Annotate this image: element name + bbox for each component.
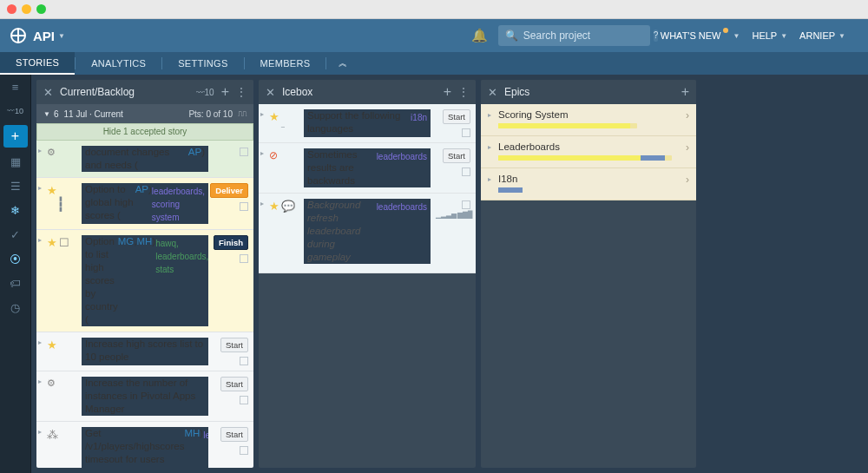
- notifications-icon[interactable]: 🔔: [471, 28, 488, 43]
- epic-progress: [498, 123, 637, 128]
- velocity-indicator[interactable]: 〰10: [0, 99, 30, 123]
- estimate-icons[interactable]: ▁ ▂ ▃ ▅ ▆ ▇ ▉: [436, 211, 472, 219]
- start-button[interactable]: Start: [220, 427, 248, 442]
- panel-options-icon[interactable]: ⋮: [458, 86, 469, 98]
- expand-icon[interactable]: ▸: [38, 184, 45, 192]
- epic-title: Scoring System: [498, 109, 686, 120]
- add-story-icon[interactable]: +: [444, 84, 451, 100]
- story-row[interactable]: ▸★ Increase high scores list to 10 peopl…: [36, 332, 253, 371]
- project-name[interactable]: API: [33, 29, 55, 43]
- feature-icon: ★: [269, 110, 279, 123]
- story-tags[interactable]: hawq, leaderboards, stats: [155, 237, 208, 326]
- bug-icon: ⊘: [269, 149, 278, 161]
- whats-new-link[interactable]: WHAT'S NEW▼: [661, 30, 740, 41]
- expand-icon[interactable]: ▸: [38, 147, 45, 154]
- start-button[interactable]: Start: [220, 338, 248, 352]
- select-checkbox[interactable]: [462, 200, 470, 209]
- search-field[interactable]: [523, 30, 654, 42]
- expand-icon[interactable]: ▸: [488, 143, 495, 151]
- close-panel-icon[interactable]: ✕: [43, 86, 53, 99]
- start-button[interactable]: Start: [443, 148, 470, 163]
- search-input[interactable]: 🔍 ?: [498, 25, 650, 46]
- story-row[interactable]: ▸⚙ Increase the number of instances in P…: [36, 371, 253, 422]
- app-logo-icon: [10, 28, 26, 43]
- rail-epics-icon[interactable]: ⦿: [0, 246, 30, 271]
- add-story-button[interactable]: +: [3, 125, 28, 148]
- expand-icon[interactable]: ▸: [38, 428, 45, 436]
- expand-icon[interactable]: ▸: [38, 378, 45, 385]
- chevron-down-icon[interactable]: ▼: [58, 32, 65, 40]
- select-checkbox[interactable]: [462, 128, 470, 137]
- select-checkbox[interactable]: [240, 446, 248, 455]
- chevron-right-icon[interactable]: ›: [686, 174, 689, 186]
- story-row[interactable]: ▸★💬 Background refresh leaderboard durin…: [259, 194, 476, 273]
- iteration-date: 11 Jul · Current: [63, 109, 188, 119]
- story-tags[interactable]: leaderboards: [377, 200, 427, 264]
- rail-history-icon[interactable]: ◷: [0, 295, 30, 319]
- expand-icon[interactable]: ▸: [260, 149, 267, 157]
- start-button[interactable]: Start: [220, 377, 248, 391]
- expand-icon[interactable]: ▸: [260, 110, 267, 118]
- close-window-icon[interactable]: [7, 4, 16, 14]
- select-checkbox[interactable]: [240, 396, 248, 404]
- minimize-window-icon[interactable]: [22, 4, 31, 14]
- epic-row[interactable]: ▸ Leaderboards ›: [481, 136, 696, 168]
- select-checkbox[interactable]: [240, 148, 248, 156]
- tab-settings[interactable]: SETTINGS: [162, 52, 243, 75]
- search-icon: 🔍: [505, 30, 518, 42]
- story-row[interactable]: ▸⁂ Get /v1/players/highscores timesout f…: [36, 422, 253, 468]
- rail-mywork-icon[interactable]: ▦: [0, 149, 30, 174]
- search-help-icon[interactable]: ?: [654, 30, 659, 42]
- start-button[interactable]: Start: [443, 109, 470, 124]
- caret-down-icon: ▼: [43, 110, 50, 118]
- panel-title: Current/Backlog: [60, 86, 193, 98]
- story-tags[interactable]: leaderboards, scoring system: [152, 185, 205, 224]
- tab-analytics[interactable]: ANALYTICS: [76, 52, 161, 75]
- story-tags[interactable]: i18n: [411, 111, 427, 137]
- chevron-right-icon[interactable]: ›: [686, 109, 689, 122]
- finish-button[interactable]: Finish: [214, 235, 248, 250]
- expand-icon[interactable]: ▸: [488, 175, 495, 183]
- close-panel-icon[interactable]: ✕: [488, 86, 497, 99]
- points-icon: ▮▮▮: [59, 196, 62, 212]
- story-count: 〰10: [196, 88, 214, 97]
- bug-icon: ⁂: [47, 428, 58, 441]
- expand-icon[interactable]: ▸: [38, 236, 45, 244]
- tab-members[interactable]: MEMBERS: [245, 52, 326, 75]
- top-bar: API ▼ 🔔 🔍 ? WHAT'S NEW▼ HELP▼ ARNIEP▼: [0, 19, 868, 52]
- add-epic-icon[interactable]: +: [681, 84, 689, 100]
- panel-options-icon[interactable]: ⋮: [236, 86, 247, 98]
- tab-stories[interactable]: STORIES: [0, 52, 75, 75]
- rail-icebox-icon[interactable]: ❄: [0, 198, 30, 222]
- story-row[interactable]: ▸⊘ Sometimes results are backwardsleader…: [259, 143, 476, 194]
- epic-row[interactable]: ▸ I18n ›: [481, 168, 696, 200]
- user-menu[interactable]: ARNIEP▼: [799, 30, 845, 41]
- zoom-window-icon[interactable]: [36, 4, 46, 14]
- help-link[interactable]: HELP▼: [752, 30, 787, 41]
- rail-done-icon[interactable]: ✓: [0, 222, 30, 246]
- story-row[interactable]: ▸★▮▮▮ Option to global high scores (AP) …: [36, 178, 253, 230]
- story-row[interactable]: ▸★_ Support the following languagesi18n …: [259, 104, 476, 143]
- epic-row[interactable]: ▸ Scoring System ›: [481, 104, 696, 136]
- expand-icon[interactable]: ▸: [38, 338, 45, 346]
- close-panel-icon[interactable]: ✕: [266, 86, 275, 99]
- select-checkbox[interactable]: [240, 357, 248, 365]
- expand-icon[interactable]: ▸: [260, 200, 267, 207]
- sidebar-toggle-icon[interactable]: ≡: [0, 75, 30, 99]
- select-checkbox[interactable]: [240, 254, 248, 263]
- rail-labels-icon[interactable]: 🏷: [0, 271, 30, 295]
- story-row[interactable]: ▸⚙ document changes and needs (AP): [36, 141, 253, 178]
- story-tags[interactable]: leaderboards: [377, 150, 427, 187]
- whats-new-badge-icon: [723, 28, 728, 33]
- story-row[interactable]: ▸★☐ Option to list high scores by countr…: [36, 230, 253, 332]
- expand-icon[interactable]: ▸: [488, 111, 495, 119]
- chevron-right-icon[interactable]: ›: [686, 141, 689, 154]
- iteration-header[interactable]: ▼ 6 11 Jul · Current Pts: 0 of 10 ⎍⎍: [36, 104, 253, 123]
- collapse-all-icon[interactable]: ︽: [326, 52, 359, 75]
- deliver-button[interactable]: Deliver: [210, 183, 248, 198]
- rail-current-icon[interactable]: ☰: [0, 174, 30, 198]
- select-checkbox[interactable]: [462, 168, 470, 176]
- select-checkbox[interactable]: [240, 202, 248, 211]
- hide-accepted-toggle[interactable]: Hide 1 accepted story: [36, 123, 253, 141]
- add-story-icon[interactable]: +: [221, 84, 229, 100]
